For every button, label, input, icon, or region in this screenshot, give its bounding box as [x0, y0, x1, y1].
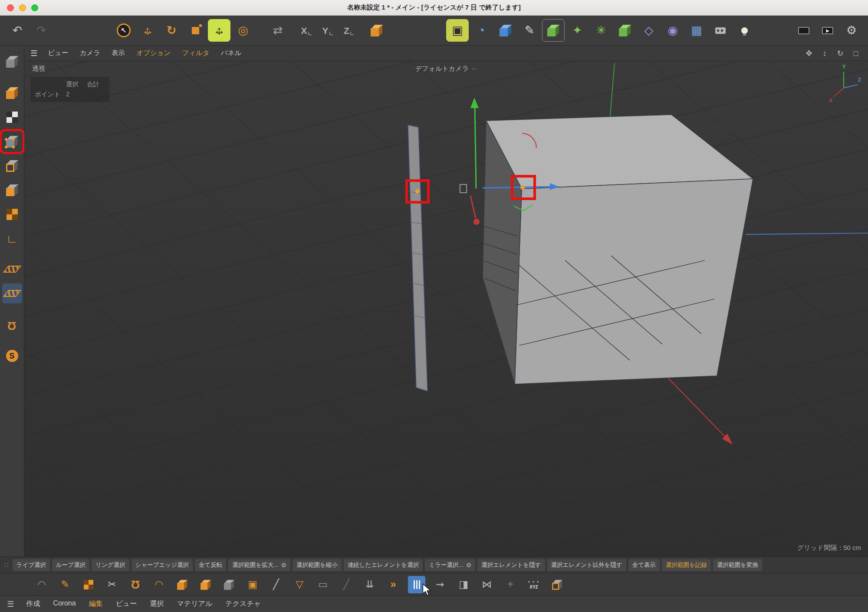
- bottom-menu-item-6[interactable]: テクスチャ: [225, 599, 261, 609]
- zoom-window-button[interactable]: [31, 4, 38, 11]
- tweak-mode-tool[interactable]: ◎: [232, 19, 254, 42]
- gear-icon[interactable]: ⚙: [466, 562, 472, 569]
- command-row-grip[interactable]: ∷: [4, 561, 9, 569]
- redo-button[interactable]: ↷: [30, 19, 53, 42]
- selected-point-1[interactable]: [415, 189, 420, 194]
- timeline-button[interactable]: [792, 19, 815, 42]
- magnet-tool-icon[interactable]: Ω: [127, 576, 144, 593]
- snap-settings-button[interactable]: S: [2, 346, 22, 366]
- points-mode-button[interactable]: [2, 132, 22, 151]
- coordinate-system-button[interactable]: [365, 19, 388, 42]
- grow-selection-button[interactable]: 選択範囲を拡大...⚙: [228, 559, 290, 571]
- convert-selection-button[interactable]: 選択範囲を変換: [713, 559, 762, 571]
- bottom-menu-item-4[interactable]: 選択: [150, 599, 164, 609]
- extrude-inner-icon[interactable]: [197, 576, 214, 593]
- viewport-menu-item-5[interactable]: パネル: [221, 49, 242, 58]
- snap-button[interactable]: Ω: [2, 316, 22, 336]
- viewport-menu-item-3[interactable]: オプション: [136, 49, 171, 58]
- record-selection-button[interactable]: 選択範囲を記録: [662, 559, 711, 571]
- close-window-button[interactable]: [7, 4, 14, 11]
- hide-selected-button[interactable]: 選択エレメントを隠す: [477, 559, 545, 571]
- lock-y-axis-button[interactable]: Y: [317, 19, 337, 42]
- subdivide-icon[interactable]: [408, 576, 425, 593]
- undo-button[interactable]: ↶: [6, 19, 29, 42]
- model-mode-button[interactable]: [2, 83, 22, 103]
- camera-label-wrap[interactable]: デフォルトカメラ ◦◦: [415, 65, 477, 73]
- sharp-edge-select-button[interactable]: シャープエッジ選択: [132, 559, 193, 571]
- minimize-window-button[interactable]: [19, 4, 26, 11]
- smooth-shift-icon[interactable]: [220, 576, 238, 593]
- stitch-sew-icon[interactable]: ⇊: [361, 576, 378, 593]
- spline-smooth-icon[interactable]: ◠: [33, 576, 50, 593]
- render-queue-button[interactable]: ▶: [816, 19, 839, 42]
- bottom-menu-item-5[interactable]: マテリアル: [177, 599, 212, 609]
- dolly-view-icon[interactable]: ↕: [819, 47, 831, 59]
- viewport-menu-icon[interactable]: ☰: [30, 49, 37, 58]
- mirror-selection-button[interactable]: ミラー選択...⚙: [425, 559, 475, 571]
- hide-unselected-button[interactable]: 選択エレメント以外を隠す: [547, 559, 626, 571]
- camera-settings-icon[interactable]: ◦◦: [472, 66, 477, 72]
- viewport-menu-item-2[interactable]: 表示: [112, 49, 125, 58]
- active-move-tool[interactable]: ↔↕: [208, 19, 230, 42]
- split-icon[interactable]: ◨: [455, 576, 472, 593]
- bridge-tool-icon[interactable]: ◠: [150, 576, 168, 593]
- hamburger-menu-icon[interactable]: ☰: [7, 599, 14, 609]
- view-type-label[interactable]: 透視: [32, 65, 45, 73]
- pan-view-icon[interactable]: ✥: [803, 47, 815, 59]
- floor-button[interactable]: ▦: [685, 19, 708, 42]
- lock-workplane-button[interactable]: [2, 283, 22, 303]
- viewport-menu-item-0[interactable]: ビュー: [48, 49, 68, 58]
- rotate-tool[interactable]: ↻: [160, 19, 183, 42]
- viewport-menu-item-1[interactable]: カメラ: [79, 49, 100, 58]
- camera-button[interactable]: [709, 19, 732, 42]
- bottom-menu-item-2[interactable]: 編集: [89, 599, 103, 609]
- loop-select-button[interactable]: ループ選択: [52, 559, 89, 571]
- scale-tool[interactable]: [184, 19, 207, 42]
- rotate-view-icon[interactable]: ↻: [834, 47, 846, 59]
- line-cut-icon[interactable]: ╱: [267, 576, 285, 593]
- untriangulate-icon[interactable]: ⇝: [431, 576, 449, 593]
- subdivide-cage-icon[interactable]: [549, 576, 566, 593]
- gizmo-x-handle[interactable]: [473, 219, 480, 225]
- subdivision-surface-button[interactable]: [542, 19, 565, 42]
- shrink-selection-button[interactable]: 選択範囲を縮小: [293, 559, 342, 571]
- polygon-mode-button[interactable]: [2, 180, 22, 200]
- bevel-icon[interactable]: ▽: [291, 576, 308, 593]
- knife-tool-icon[interactable]: ✂: [103, 576, 121, 593]
- slide-icon[interactable]: ▭: [314, 576, 332, 593]
- plane-cut-icon[interactable]: ╱: [338, 576, 355, 593]
- maximize-view-icon[interactable]: □: [850, 47, 862, 59]
- light-button[interactable]: [733, 19, 756, 42]
- edge-mode-button[interactable]: [2, 156, 22, 176]
- extrude-icon[interactable]: [174, 576, 191, 593]
- make-editable-button[interactable]: [2, 52, 22, 72]
- generator-button[interactable]: ✦: [566, 19, 589, 42]
- cloner-button[interactable]: [614, 19, 636, 42]
- invert-all-button[interactable]: 全て反転: [195, 559, 226, 571]
- move-tool[interactable]: ↔↕: [136, 19, 159, 42]
- ring-select-button[interactable]: リング選択: [92, 559, 129, 571]
- weld-icon[interactable]: »: [385, 576, 402, 593]
- uv-transform-icon[interactable]: [80, 576, 97, 593]
- add-cube-button[interactable]: [494, 19, 517, 42]
- live-selection-tool[interactable]: ↖: [112, 19, 135, 42]
- preferences-button[interactable]: ⚙: [840, 19, 863, 42]
- axis-modifier-tool[interactable]: ⇄: [266, 19, 289, 42]
- lock-x-axis-button[interactable]: X: [296, 19, 316, 42]
- viewport-menu-item-4[interactable]: フィルタ: [182, 49, 209, 58]
- texture-mode-button[interactable]: [2, 204, 22, 224]
- show-all-button[interactable]: 全て表示: [628, 559, 660, 571]
- live-select-button[interactable]: ライブ選択: [13, 559, 50, 571]
- spline-pen-button[interactable]: ✎: [518, 19, 541, 42]
- viewport-3d[interactable]: 透視 デフォルトカメラ ◦◦ 選択 合計 ポイント 2: [24, 61, 868, 556]
- selected-point-2[interactable]: [520, 185, 525, 190]
- bottom-menu-item-3[interactable]: ビュー: [116, 599, 137, 609]
- render-view-button[interactable]: ▣: [446, 19, 469, 42]
- lock-z-axis-button[interactable]: Z: [339, 19, 358, 42]
- axis-mode-button[interactable]: ∟: [2, 229, 22, 249]
- volume-button[interactable]: ◇: [638, 19, 660, 42]
- array-button[interactable]: ✳: [590, 19, 612, 42]
- matrix-extrude-icon[interactable]: ▣: [244, 576, 261, 593]
- mirror-tool-icon[interactable]: ⋈: [478, 576, 496, 593]
- select-connected-button[interactable]: 連続したエレメントを選択: [344, 559, 423, 571]
